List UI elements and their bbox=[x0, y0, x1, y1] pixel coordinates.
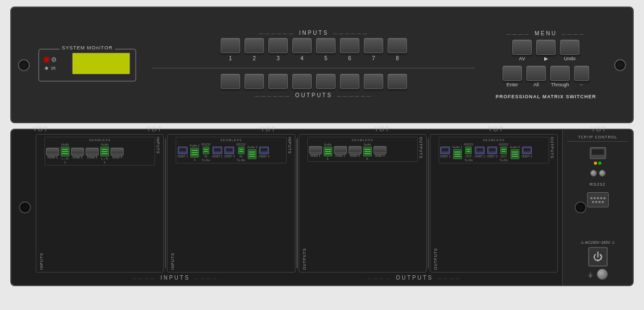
hdbt-out-seamless-label: SEAMLESS bbox=[440, 138, 548, 142]
hdmi-in-port-1: HDMI 1 bbox=[46, 148, 59, 159]
hdbt-inputs-panel: INPUTS SEAMLESS HDBT 1 Audio 1 bbox=[167, 134, 295, 273]
hdbt-rj45-2[interactable] bbox=[212, 147, 222, 154]
output-btn-2[interactable] bbox=[244, 74, 264, 89]
input-btn-6-top[interactable] bbox=[340, 38, 359, 53]
ground-knob-row: ⏚ bbox=[588, 269, 608, 280]
hdbt-out-rj45-4[interactable] bbox=[522, 147, 532, 154]
hdbt-rj45-4[interactable] bbox=[259, 147, 269, 154]
db9-pin bbox=[594, 197, 596, 199]
output-btn-3[interactable] bbox=[268, 74, 288, 89]
db9-pin bbox=[597, 197, 599, 199]
audio-hdbt-out-terminal-3[interactable] bbox=[511, 149, 519, 159]
audio-out-terminal-2[interactable] bbox=[363, 147, 372, 156]
audio-hdbt-terminal-3[interactable] bbox=[248, 149, 256, 159]
hdbt-out-rj45-2[interactable] bbox=[475, 147, 485, 154]
adjustment-knob[interactable] bbox=[597, 269, 608, 280]
rear-outputs-label: OUTPUTS bbox=[368, 275, 461, 281]
audio-terminal-1[interactable] bbox=[61, 147, 69, 156]
menu-btn-enter[interactable] bbox=[503, 66, 522, 81]
menu-btn-undo[interactable] bbox=[560, 40, 579, 55]
hdmi-out-connector-2[interactable] bbox=[334, 146, 347, 154]
menu-btn-av[interactable] bbox=[512, 40, 532, 55]
rear-bottom-labels: INPUTS OUTPUTS bbox=[36, 273, 558, 283]
menu-btn-all[interactable] bbox=[526, 66, 546, 81]
hdmi-in-connector-3[interactable] bbox=[86, 148, 99, 155]
hdmi-out-connector-4[interactable] bbox=[373, 146, 387, 154]
output-btn-7[interactable] bbox=[364, 74, 383, 89]
menu-btn-back[interactable] bbox=[574, 66, 589, 81]
power-socket[interactable]: ⏻ bbox=[588, 247, 608, 267]
hdmi-outputs-vert-2: OUTPUTS bbox=[418, 137, 424, 270]
hdmi-seamless-section: SEAMLESS HDMI 1 Audio bbox=[44, 137, 155, 166]
system-monitor-box: SYSTEM MOniTOR ⚙ ✱ IR bbox=[38, 49, 136, 81]
audio-hdbt-out-terminal-1[interactable] bbox=[453, 149, 462, 159]
output-btn-1[interactable] bbox=[221, 74, 240, 89]
audio-hdbt-terminal-1[interactable] bbox=[190, 148, 199, 157]
audio-in-1: Audio L ↕ R 1 bbox=[61, 143, 69, 164]
inputs-label: INPUTS bbox=[259, 30, 369, 36]
hdmi-in-connector-4[interactable] bbox=[111, 148, 124, 155]
audio-hdbt-in-1: Audio 1 1 bbox=[190, 144, 200, 161]
hdmi-inputs-ports: SEAMLESS HDMI 1 Audio bbox=[44, 137, 155, 270]
output-btn-4[interactable] bbox=[292, 74, 312, 89]
hdmi-out-connector-1[interactable] bbox=[309, 146, 322, 154]
output-btn-8[interactable] bbox=[388, 74, 407, 89]
db9-pin bbox=[602, 201, 604, 203]
rear-right-screw-group bbox=[590, 170, 606, 176]
audio-terminal-2[interactable] bbox=[100, 147, 109, 156]
ir-label: ✱ IR bbox=[44, 66, 57, 71]
rs232-hdbt-3: RS232 IN Tx↕Rx bbox=[236, 143, 246, 162]
outputs-label: OUTPUTS bbox=[255, 92, 373, 98]
db9-row-1 bbox=[590, 197, 606, 199]
hdbt-rj45-1[interactable] bbox=[178, 147, 188, 154]
db9-row-2 bbox=[592, 201, 604, 203]
input-btn-1-top[interactable] bbox=[221, 38, 240, 53]
power-label: ⚠ AC100V~240V ⚠ bbox=[581, 241, 614, 245]
gear-icon[interactable]: ⚙ bbox=[51, 56, 57, 64]
eth-led-amber bbox=[594, 162, 597, 165]
input-btn-8-top[interactable] bbox=[388, 38, 407, 53]
hdbt-out-rj45-3[interactable] bbox=[487, 147, 497, 154]
audio-out-terminal-1[interactable] bbox=[324, 147, 332, 156]
hdmi-out-connector-3[interactable] bbox=[349, 146, 362, 154]
input-btn-2-top[interactable] bbox=[244, 38, 264, 53]
rs232-out-terminal-3[interactable] bbox=[500, 147, 507, 154]
hdbt-outputs-panel: OUTPUTS SEAMLESS HDBT 1 Audio 1 bbox=[430, 134, 558, 273]
hdbt-rj45-3[interactable] bbox=[224, 147, 234, 154]
rs232-terminal-3[interactable] bbox=[238, 147, 244, 154]
db9-pin bbox=[598, 201, 601, 203]
hdmi-in-connector-2[interactable] bbox=[71, 148, 84, 155]
output-btn-6[interactable] bbox=[340, 74, 359, 89]
menu-label: MENU bbox=[506, 30, 585, 36]
hdbt-out-3: HDBT 3 bbox=[487, 147, 497, 158]
tcp-label: TCP/IP CONTROL bbox=[567, 135, 628, 142]
rear-inner: INPUTS SEAMLESS HDMI 1 Audio bbox=[11, 130, 562, 285]
hdbt-outputs-vert-2: OUTPUTS bbox=[549, 137, 555, 270]
rs232-terminal-1[interactable] bbox=[203, 147, 209, 154]
hdmi-out-port-4: HDMI 4 bbox=[373, 146, 387, 157]
rs232-hdbt-out-1: RS232 OUT Tx↕Rx bbox=[464, 143, 473, 162]
hdbt-out-rj45-1[interactable] bbox=[440, 147, 450, 154]
rear-inputs-label: INPUTS bbox=[132, 275, 218, 281]
db9-pin bbox=[592, 201, 594, 203]
rear-top-row: INPUTS SEAMLESS HDMI 1 Audio bbox=[36, 134, 558, 273]
lcd-display bbox=[72, 53, 130, 74]
menu-btn-through[interactable] bbox=[550, 66, 570, 81]
input-btn-4-top[interactable] bbox=[292, 38, 312, 53]
input-btn-3-top[interactable] bbox=[268, 38, 288, 53]
hdmi-in-connector-1[interactable] bbox=[46, 148, 59, 155]
ethernet-section bbox=[590, 147, 606, 165]
output-btn-5[interactable] bbox=[316, 74, 336, 89]
db9-port[interactable] bbox=[587, 192, 609, 207]
audio-in-2: Audio L ↕ R 2 bbox=[100, 143, 109, 164]
ethernet-port[interactable] bbox=[590, 147, 606, 159]
input-btn-7-top[interactable] bbox=[364, 38, 383, 53]
hdmi-out-seamless-section: SEAMLESS HDMI 1 Audio bbox=[307, 137, 418, 162]
rs232-out-terminal-1[interactable] bbox=[465, 147, 472, 154]
hdbt-out-ports-line: HDBT 1 Audio 1 RS bbox=[440, 143, 548, 162]
hdmi-out-port-1: HDMI 1 bbox=[309, 146, 322, 157]
input-btn-5-top[interactable] bbox=[316, 38, 336, 53]
professional-label: PROFESSIONAL MATRIX SWITCHER bbox=[495, 94, 596, 99]
menu-btn-nav[interactable] bbox=[536, 40, 556, 55]
db9-pin bbox=[595, 201, 597, 203]
